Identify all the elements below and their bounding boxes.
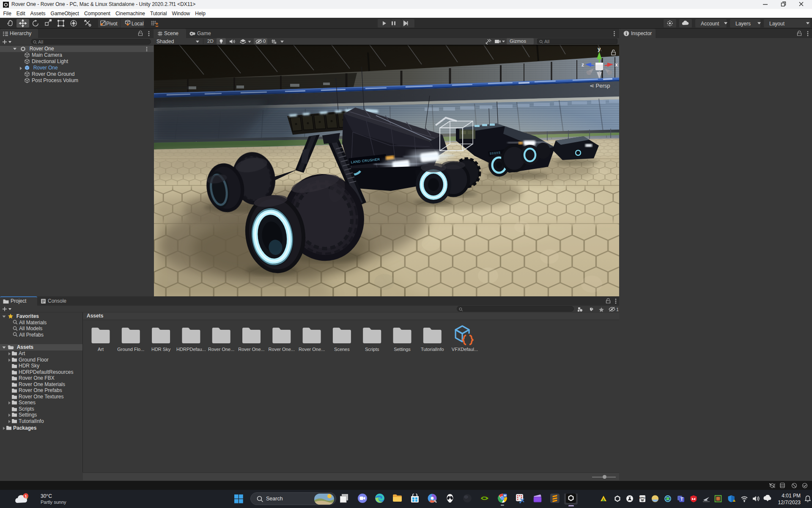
svg-text:T: T [680,497,683,502]
svg-text:1: 1 [616,307,619,312]
svg-text:Layout: Layout [769,21,785,27]
svg-text:Local: Local [132,21,144,27]
svg-text:⋖ Persp: ⋖ Persp [590,83,610,89]
svg-text:1: 1 [25,494,27,498]
svg-text:Ground Flo...: Ground Flo... [117,347,144,352]
svg-text:!: ! [603,497,604,502]
svg-text:x: x [615,62,618,68]
svg-text:Scripts: Scripts [365,347,379,352]
svg-text:Layers: Layers [735,21,751,27]
svg-text:HDRPDefau...: HDRPDefau... [176,347,206,352]
svg-text:Rover One...: Rover One... [208,347,234,352]
svg-text:Rover One...: Rover One... [299,347,325,352]
svg-text:Settings: Settings [394,347,411,352]
svg-text:HDR Sky: HDR Sky [151,347,171,352]
svg-text:Account: Account [701,21,719,27]
svg-text:Rover One...: Rover One... [238,347,264,352]
svg-text:M: M [504,494,507,497]
svg-text:Pivot: Pivot [106,21,118,27]
svg-text:TutorialInfo: TutorialInfo [421,347,444,352]
svg-text:!: ! [734,500,735,502]
svg-text:z: z [582,62,584,68]
svg-text:Rover One...: Rover One... [269,347,295,352]
svg-text:Art: Art [98,347,104,352]
svg-text:y: y [598,46,601,52]
svg-text:Scenes: Scenes [334,347,350,352]
svg-text:EPIC: EPIC [639,497,646,499]
svg-text:VFXDefaul...: VFXDefaul... [452,347,478,352]
